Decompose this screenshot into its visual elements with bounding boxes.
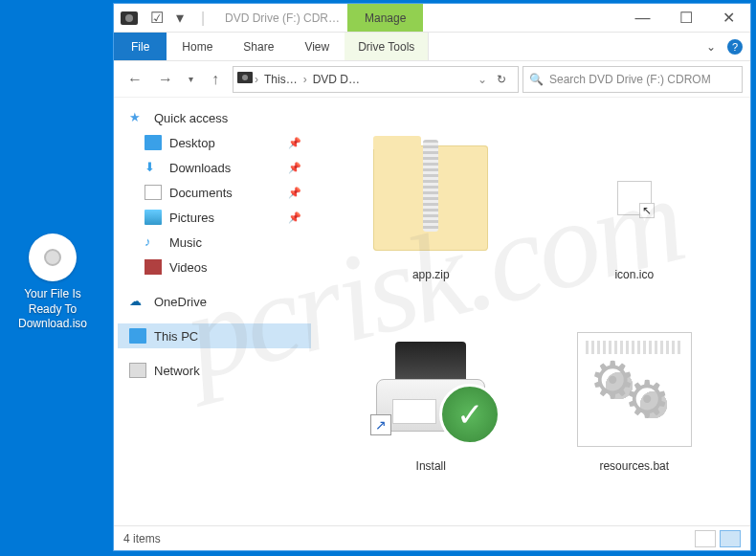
maximize-button[interactable]: ☐ [664, 4, 707, 32]
sidebar-item-label: OneDrive [154, 295, 207, 309]
ico-icon [617, 181, 652, 215]
back-button[interactable]: ← [122, 66, 148, 93]
sidebar-item-label: Network [154, 364, 200, 378]
manage-tab[interactable]: Manage [347, 4, 423, 32]
sidebar-item-pictures[interactable]: Pictures 📌 [118, 205, 311, 230]
pc-icon [129, 328, 146, 344]
pin-icon: 📌 [288, 211, 301, 224]
forward-button[interactable]: → [152, 66, 179, 93]
view-tab[interactable]: View [289, 33, 345, 60]
file-item-icon-ico[interactable]: icon.ico [538, 107, 732, 289]
file-name: Install [416, 459, 446, 473]
bat-icon [577, 332, 692, 447]
sidebar-item-desktop[interactable]: Desktop 📌 [118, 130, 311, 155]
sidebar-item-label: Videos [169, 260, 208, 275]
ribbon-expand-icon[interactable]: ⌄ [699, 33, 723, 60]
drive-icon [237, 71, 253, 87]
disc-icon [29, 234, 77, 281]
details-view-button[interactable] [695, 530, 716, 547]
drive-tools-tab[interactable]: Drive Tools [345, 33, 429, 60]
sidebar-item-documents[interactable]: Documents 📌 [118, 180, 311, 205]
search-input[interactable]: 🔍 Search DVD Drive (F:) CDROM [523, 66, 743, 93]
nav-row: ← → ▾ ↑ › This… › DVD D… ⌄ ↻ 🔍 Search DV… [114, 61, 750, 98]
window-buttons: — ☐ ✕ [621, 4, 750, 32]
status-bar: 4 items [114, 525, 750, 550]
printer-icon: ✓ ↗ [368, 342, 493, 437]
checkmark-icon: ✓ [439, 384, 500, 445]
sidebar-item-label: Documents [169, 186, 233, 200]
sidebar-onedrive[interactable]: ☁ OneDrive [118, 289, 311, 314]
sidebar-network[interactable]: Network [118, 358, 311, 383]
sidebar-quick-access[interactable]: ★ Quick access [118, 105, 311, 130]
pin-icon: 📌 [288, 187, 301, 199]
sidebar-item-label: Pictures [169, 211, 214, 225]
sidebar-item-label: Desktop [169, 136, 215, 150]
svg-point-1 [125, 14, 133, 22]
search-icon: 🔍 [529, 73, 544, 86]
svg-point-3 [242, 75, 248, 80]
titlebar: ☑ ▾ | DVD Drive (F:) CDR… Manage — ☐ ✕ [114, 4, 750, 33]
download-icon: ⬇ [145, 160, 162, 175]
file-item-resources-bat[interactable]: resources.bat [538, 299, 732, 480]
search-placeholder: Search DVD Drive (F:) CDROM [549, 73, 711, 86]
qat-dropdown-icon[interactable]: ▾ [169, 8, 190, 29]
chevron-right-icon: › [303, 73, 307, 86]
file-name: app.zip [412, 268, 450, 281]
pin-icon: 📌 [288, 137, 301, 149]
sidebar-item-downloads[interactable]: ⬇ Downloads 📌 [118, 155, 311, 180]
sidebar-this-pc[interactable]: This PC [118, 323, 311, 348]
sidebar-item-label: Quick access [154, 111, 228, 125]
desktop-icon-label: Your File Is Ready To Download.iso [13, 287, 92, 332]
qat-divider: | [192, 8, 213, 29]
document-icon [145, 185, 162, 200]
icons-view-button[interactable] [720, 530, 741, 547]
star-icon: ★ [129, 110, 146, 125]
breadcrumb[interactable]: This… [260, 73, 301, 86]
music-icon: ♪ [145, 234, 162, 250]
window-title: DVD Drive (F:) CDR… [217, 4, 347, 32]
recent-dropdown[interactable]: ▾ [183, 66, 198, 93]
breadcrumb[interactable]: DVD D… [309, 73, 364, 86]
desktop-iso-icon[interactable]: Your File Is Ready To Download.iso [10, 230, 96, 336]
cloud-icon: ☁ [129, 294, 146, 309]
pin-icon: 📌 [288, 162, 301, 174]
address-dropdown-icon[interactable]: ⌄ [478, 73, 487, 86]
close-button[interactable]: ✕ [707, 4, 750, 32]
file-list: app.zip icon.ico ✓ ↗ Install resources. [315, 98, 750, 525]
file-tab[interactable]: File [114, 33, 167, 60]
share-tab[interactable]: Share [228, 33, 289, 60]
zip-icon [373, 145, 488, 251]
sidebar-item-music[interactable]: ♪ Music [118, 230, 311, 255]
address-bar[interactable]: › This… › DVD D… ⌄ ↻ [233, 66, 519, 93]
up-button[interactable]: ↑ [202, 66, 229, 93]
file-item-app-zip[interactable]: app.zip [334, 107, 528, 289]
explorer-window: ☑ ▾ | DVD Drive (F:) CDR… Manage — ☐ ✕ F… [113, 3, 751, 551]
refresh-button[interactable]: ↻ [489, 73, 514, 86]
quick-access-toolbar: ☑ ▾ | [143, 4, 217, 32]
sidebar-item-label: Music [169, 235, 202, 250]
qat-check-icon[interactable]: ☑ [146, 8, 167, 29]
minimize-button[interactable]: — [621, 4, 664, 32]
help-button[interactable]: ? [727, 39, 743, 55]
video-icon [145, 259, 162, 275]
desktop-icon [145, 135, 162, 150]
network-icon [129, 363, 146, 378]
sidebar-item-videos[interactable]: Videos [118, 255, 311, 279]
item-count: 4 items [123, 532, 161, 545]
shortcut-overlay-icon: ↗ [370, 414, 391, 435]
sidebar-item-label: This PC [154, 329, 198, 344]
sidebar: ★ Quick access Desktop 📌 ⬇ Downloads 📌 D… [114, 98, 315, 525]
chevron-right-icon: › [255, 73, 258, 86]
app-icon [116, 4, 143, 32]
file-name: icon.ico [614, 268, 654, 281]
ribbon: File Home Share View Drive Tools ⌄ ? [114, 33, 750, 61]
sidebar-item-label: Downloads [169, 161, 231, 175]
file-item-install[interactable]: ✓ ↗ Install [334, 299, 528, 480]
file-name: resources.bat [599, 459, 669, 473]
pictures-icon [145, 210, 162, 225]
home-tab[interactable]: Home [167, 33, 228, 60]
